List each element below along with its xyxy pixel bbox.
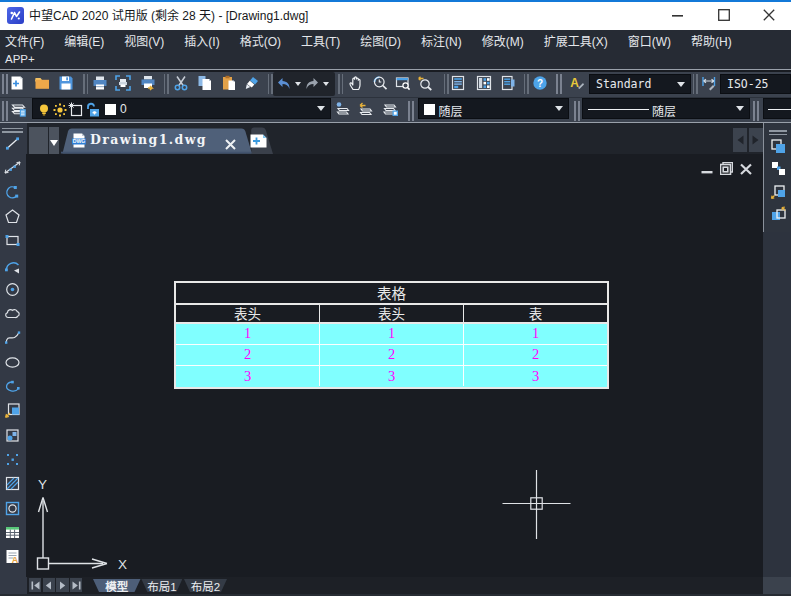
make-block-icon[interactable] bbox=[4, 427, 21, 444]
spline-icon[interactable] bbox=[4, 329, 21, 346]
previous-tab-button[interactable] bbox=[43, 578, 55, 592]
ellipse-icon[interactable] bbox=[4, 354, 21, 371]
cut-icon[interactable] bbox=[173, 75, 189, 91]
next-tab-button[interactable] bbox=[56, 578, 68, 592]
menu-item[interactable]: 插入(I) bbox=[184, 32, 219, 49]
menu-item[interactable]: 窗口(W) bbox=[628, 32, 671, 49]
line-icon[interactable] bbox=[4, 135, 21, 152]
drawing-canvas[interactable]: 表格 表头表头表 111222333 Y X bbox=[26, 154, 763, 577]
point-icon[interactable] bbox=[4, 451, 21, 468]
last-tab-button[interactable] bbox=[70, 578, 82, 592]
child-close-icon[interactable] bbox=[740, 161, 752, 173]
layer-states-manager-icon[interactable] bbox=[382, 101, 398, 117]
plot-preview-icon[interactable] bbox=[115, 75, 131, 91]
menu-item[interactable]: 修改(M) bbox=[482, 32, 524, 49]
polyline-icon[interactable] bbox=[4, 184, 21, 201]
zoom-realtime-icon[interactable] bbox=[372, 75, 388, 91]
toolbar-grip[interactable] bbox=[556, 74, 562, 94]
layer-unlock-icon[interactable] bbox=[85, 102, 101, 118]
first-tab-button[interactable] bbox=[29, 578, 41, 592]
text-style-select[interactable]: Standard bbox=[589, 74, 691, 94]
layer-thaw-sun-icon[interactable] bbox=[53, 103, 67, 117]
layer-previous-icon[interactable] bbox=[357, 101, 373, 117]
redo-dropdown-icon[interactable] bbox=[323, 82, 329, 86]
hatch-icon[interactable] bbox=[4, 475, 21, 492]
menu-item[interactable]: 格式(O) bbox=[240, 32, 281, 49]
menu-item[interactable]: 编辑(E) bbox=[64, 32, 104, 49]
maximize-button[interactable] bbox=[701, 0, 746, 30]
model-tab[interactable]: 模型 bbox=[93, 579, 141, 592]
arc-icon[interactable] bbox=[4, 257, 21, 274]
polygon-icon[interactable] bbox=[4, 208, 21, 225]
mtext-icon[interactable]: A bbox=[4, 548, 21, 565]
text-style-icon[interactable]: A bbox=[569, 75, 585, 91]
minimize-button[interactable] bbox=[655, 0, 700, 30]
explode-icon[interactable] bbox=[770, 160, 787, 177]
help-icon[interactable]: ? bbox=[532, 75, 548, 91]
color-select[interactable]: 随层 bbox=[418, 98, 570, 119]
layout1-tab[interactable]: 布局1 bbox=[141, 579, 182, 592]
revision-cloud-icon[interactable] bbox=[4, 305, 21, 322]
lineweight-select[interactable] bbox=[763, 98, 791, 119]
open-folder-icon[interactable] bbox=[34, 75, 50, 91]
design-center-icon[interactable] bbox=[476, 75, 492, 91]
save-icon[interactable] bbox=[58, 75, 74, 91]
redo-icon[interactable] bbox=[304, 76, 320, 92]
insert-block-icon[interactable] bbox=[4, 402, 21, 419]
scroll-tabs-left-button[interactable] bbox=[733, 128, 748, 152]
region-icon[interactable] bbox=[4, 500, 21, 517]
ellipse-arc-icon[interactable] bbox=[4, 378, 21, 395]
close-button[interactable] bbox=[746, 0, 791, 30]
layer-viewport-freeze-icon[interactable] bbox=[68, 102, 83, 117]
copy-icon[interactable] bbox=[197, 75, 213, 91]
layout2-tab[interactable]: 布局2 bbox=[184, 579, 227, 592]
menu-item[interactable]: 帮助(H) bbox=[691, 32, 732, 49]
child-minimize-icon[interactable] bbox=[701, 161, 713, 173]
dropdown-arrow-icon bbox=[555, 106, 563, 111]
menu-item[interactable]: 绘图(D) bbox=[360, 32, 401, 49]
toolbar-grip[interactable] bbox=[753, 101, 759, 121]
rectangle-icon[interactable] bbox=[4, 232, 21, 249]
zoom-window-icon[interactable] bbox=[395, 75, 411, 91]
dock-blank-button[interactable] bbox=[29, 127, 48, 154]
make-object-layer-current-icon[interactable] bbox=[334, 101, 350, 117]
dim-style-icon[interactable] bbox=[701, 75, 717, 91]
toolbar-grip[interactable] bbox=[408, 101, 414, 121]
linetype-select[interactable]: 随层 bbox=[582, 98, 750, 119]
copy-object-icon[interactable] bbox=[770, 138, 787, 155]
undo-icon[interactable] bbox=[276, 76, 292, 92]
publish-icon[interactable] bbox=[140, 75, 156, 91]
layer-color-swatch[interactable] bbox=[105, 104, 116, 115]
circle-icon[interactable] bbox=[4, 281, 21, 298]
plot-icon[interactable] bbox=[92, 75, 108, 91]
layer-properties-manager-icon[interactable] bbox=[10, 101, 26, 117]
rotate-icon[interactable] bbox=[770, 206, 787, 223]
layer-on-bulb-icon[interactable] bbox=[37, 103, 51, 117]
toolbar-grip[interactable] bbox=[2, 101, 8, 121]
scroll-tabs-right-button[interactable] bbox=[749, 128, 764, 152]
undo-dropdown-icon[interactable] bbox=[295, 82, 301, 86]
paste-icon[interactable] bbox=[221, 75, 237, 91]
match-properties-icon[interactable] bbox=[244, 75, 260, 91]
tool-palettes-icon[interactable] bbox=[500, 75, 516, 91]
menu-item[interactable]: 文件(F) bbox=[5, 32, 44, 49]
menu-item[interactable]: 工具(T) bbox=[301, 32, 340, 49]
offset-icon[interactable] bbox=[770, 184, 787, 201]
toolbar-grip[interactable] bbox=[574, 101, 580, 121]
table-icon[interactable] bbox=[4, 524, 21, 541]
layer-select[interactable]: 0 bbox=[32, 98, 331, 119]
menu-item-app-plus[interactable]: APP+ bbox=[5, 51, 35, 68]
dim-style-select[interactable]: ISO-25 bbox=[720, 74, 791, 94]
pan-icon[interactable] bbox=[348, 75, 364, 91]
construction-line-icon[interactable] bbox=[4, 159, 21, 176]
properties-palette-icon[interactable] bbox=[450, 75, 466, 91]
document-tab-close-icon[interactable] bbox=[225, 136, 236, 147]
menu-item[interactable]: 扩展工具(X) bbox=[544, 32, 608, 49]
menu-item[interactable]: 标注(N) bbox=[421, 32, 462, 49]
zoom-previous-icon[interactable] bbox=[417, 75, 433, 91]
menu-item[interactable]: 视图(V) bbox=[124, 32, 164, 49]
cad-table-cell: 2 bbox=[176, 345, 319, 365]
child-restore-icon[interactable] bbox=[720, 161, 732, 173]
new-file-icon[interactable] bbox=[9, 75, 25, 91]
toolbar-grip[interactable] bbox=[2, 74, 8, 94]
